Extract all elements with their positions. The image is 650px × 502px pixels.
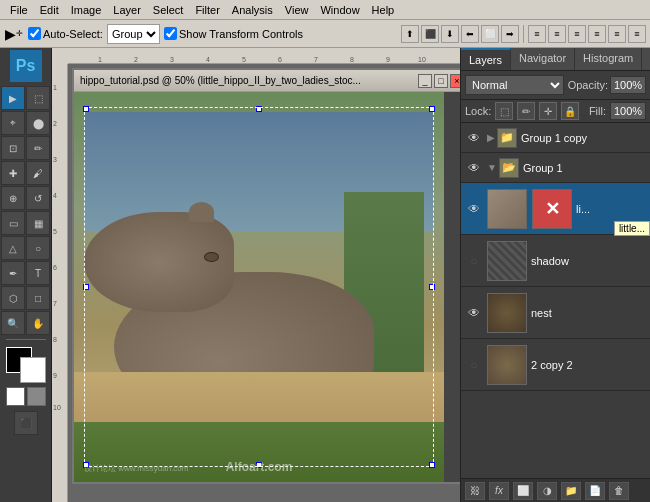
tool-crop[interactable]: ⊡ [1,136,25,160]
tab-navigator[interactable]: Navigator [511,48,575,70]
eye-little[interactable]: 👁 [465,200,483,218]
window-minimize[interactable]: _ [418,74,432,88]
create-group-btn[interactable]: 📁 [561,482,581,500]
menu-edit[interactable]: Edit [34,0,65,20]
tool-shape[interactable]: □ [26,286,50,310]
tool-blur[interactable]: △ [1,236,25,260]
eye-2copy2[interactable]: ○ [465,356,483,374]
quick-mask-standard[interactable] [6,387,25,406]
eye-group1[interactable]: 👁 [465,159,483,177]
tool-zoom[interactable]: 🔍 [1,311,25,335]
window-close[interactable]: × [450,74,460,88]
tool-heal[interactable]: ✚ [1,161,25,185]
add-effect-btn[interactable]: fx [489,482,509,500]
menu-layer[interactable]: Layer [107,0,147,20]
align-right-icon[interactable]: ➡ [501,25,519,43]
layer-name-nest: nest [531,307,646,319]
tool-stamp[interactable]: ⊕ [1,186,25,210]
tool-text[interactable]: T [26,261,50,285]
ruler-horizontal: 1 2 3 4 5 6 7 8 9 10 [68,48,460,64]
tool-quick-select[interactable]: ⬤ [26,111,50,135]
layer-item-nest[interactable]: 👁 nest [461,287,650,339]
lock-all-btn[interactable]: 🔒 [561,102,579,120]
ruler-vertical: 1 2 3 4 5 6 7 8 9 10 [52,64,68,502]
auto-select-type[interactable]: Group [107,24,160,44]
add-mask-btn[interactable]: ⬜ [513,482,533,500]
eye-shadow[interactable]: ○ [465,252,483,270]
hippo-image: Alfoart.com 设计论坛 www.missyuan.com [74,92,444,482]
eye-group1copy[interactable]: 👁 [465,129,483,147]
group-triangle-group1copy[interactable]: ▶ [487,132,495,143]
menu-view[interactable]: View [279,0,315,20]
layer-item-group1[interactable]: 👁 ▼ 📂 Group 1 [461,153,650,183]
background-color[interactable] [20,357,46,383]
thumb-shadow-img [488,242,526,280]
menu-window[interactable]: Window [314,0,365,20]
align-left-icon[interactable]: ⬅ [461,25,479,43]
layer-name-group1: Group 1 [523,162,646,174]
layer-name-2copy2: 2 copy 2 [531,359,646,371]
lock-pixels-btn[interactable]: ✏ [517,102,535,120]
quick-mask-mode[interactable] [27,387,46,406]
blend-mode-select[interactable]: Normal [465,75,564,95]
ps-logo: Ps [10,50,42,82]
tool-eraser[interactable]: ▭ [1,211,25,235]
tool-selection[interactable]: ⬚ [26,86,50,110]
tool-move[interactable]: ▶ [1,86,25,110]
selection-marquee [84,107,434,467]
menu-select[interactable]: Select [147,0,190,20]
tab-histogram[interactable]: Histogram [575,48,642,70]
tool-brush[interactable]: 🖌 [26,161,50,185]
show-transform-checkbox[interactable] [164,27,177,40]
new-layer-btn[interactable]: 📄 [585,482,605,500]
main-layout: Ps ▶ ⬚ ⌖ ⬤ ⊡ ✏ ✚ 🖌 ⊕ ↺ ▭ ▦ △ ○ ✒ [0,48,650,502]
opacity-input[interactable] [610,76,646,94]
panel-footer: ⛓ fx ⬜ ◑ 📁 📄 🗑 [461,478,650,502]
panels-area: Layers Navigator Histogram Normal Opacit… [460,48,650,502]
align-bottom-icon[interactable]: ⬇ [441,25,459,43]
layer-name-group1copy: Group 1 copy [521,132,646,144]
tool-gradient[interactable]: ▦ [26,211,50,235]
distribute-icon1[interactable]: ≡ [528,25,546,43]
tool-eyedropper[interactable]: ✏ [26,136,50,160]
menu-image[interactable]: Image [65,0,108,20]
tool-history[interactable]: ↺ [26,186,50,210]
document-titlebar: hippo_tutorial.psd @ 50% (little_hippo_I… [74,70,460,92]
tool-lasso[interactable]: ⌖ [1,111,25,135]
tool-path[interactable]: ⬡ [1,286,25,310]
tab-layers[interactable]: Layers [461,48,511,70]
distribute-icon5[interactable]: ≡ [608,25,626,43]
tool-hand[interactable]: ✋ [26,311,50,335]
align-top-icon[interactable]: ⬆ [401,25,419,43]
group-triangle-group1[interactable]: ▼ [487,162,497,173]
menu-analysis[interactable]: Analysis [226,0,279,20]
options-bar: ▶✛ Auto-Select: Group Show Transform Con… [0,20,650,48]
layer-item-2copy2[interactable]: ○ 2 copy 2 [461,339,650,391]
menu-filter[interactable]: Filter [189,0,225,20]
lock-transparent-btn[interactable]: ⬚ [495,102,513,120]
add-adjustment-btn[interactable]: ◑ [537,482,557,500]
distribute-icon2[interactable]: ≡ [548,25,566,43]
tool-pen[interactable]: ✒ [1,261,25,285]
screen-mode-btn[interactable]: ⬛ [14,411,38,435]
delete-layer-btn[interactable]: 🗑 [609,482,629,500]
tool-dodge[interactable]: ○ [26,236,50,260]
link-layers-btn[interactable]: ⛓ [465,482,485,500]
menu-file[interactable]: File [4,0,34,20]
align-hcenter-icon[interactable]: ⬜ [481,25,499,43]
distribute-icon6[interactable]: ≡ [628,25,646,43]
layer-item-shadow[interactable]: ○ shadow [461,235,650,287]
align-vcenter-icon[interactable]: ⬛ [421,25,439,43]
distribute-icon3[interactable]: ≡ [568,25,586,43]
menu-help[interactable]: Help [366,0,401,20]
move-tool-icon: ▶✛ [4,24,24,44]
layer-item-little[interactable]: 👁 ✕ li... little... [461,183,650,235]
lock-position-btn[interactable]: ✛ [539,102,557,120]
fill-input[interactable] [610,102,646,120]
distribute-icon4[interactable]: ≡ [588,25,606,43]
auto-select-checkbox[interactable] [28,27,41,40]
layer-item-group1copy[interactable]: 👁 ▶ 📁 Group 1 copy [461,123,650,153]
window-maximize[interactable]: □ [434,74,448,88]
opacity-row: Opacity: [568,76,646,94]
eye-nest[interactable]: 👁 [465,304,483,322]
